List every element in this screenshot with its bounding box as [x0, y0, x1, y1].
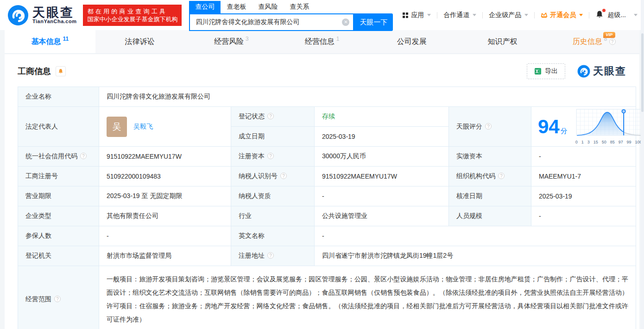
- help-icon[interactable]: ?: [267, 252, 274, 259]
- promo-banner: 都在用的商业查询工具 国家中小企业发展子基金旗下机构: [83, 5, 182, 26]
- taxpayer-id-value: 91510922MAEEMYU17W: [315, 167, 449, 186]
- paidin-capital-value: -: [531, 147, 636, 167]
- notifications-bell[interactable]: [595, 10, 604, 20]
- field-label: 参保人数: [18, 226, 99, 246]
- nav-account[interactable]: 超级...: [607, 11, 638, 19]
- tianyancha-company-page: 天眼查 TianYanCha.com 都在用的商业查询工具 国家中小企业发展子基…: [0, 0, 644, 329]
- avatar[interactable]: 吴: [107, 117, 127, 137]
- legal-rep-link[interactable]: 吴毅飞: [133, 123, 153, 131]
- scrollbar-thumb[interactable]: [641, 33, 644, 112]
- help-icon[interactable]: ?: [267, 113, 274, 119]
- promo-line1: 都在用的商业查询工具: [87, 7, 177, 15]
- chevron-down-icon: [634, 14, 638, 16]
- registered-address-value: 四川省遂宁市射洪市沱牌镇龙凤街19幢1层2号: [315, 246, 636, 266]
- tab-operating-info[interactable]: 经营信息1: [277, 30, 367, 53]
- tianyan-score-cell: 94分: [531, 107, 636, 147]
- help-icon[interactable]: ?: [80, 153, 87, 159]
- logo-title: 天眼查: [32, 6, 76, 19]
- watermark-text: 天眼查: [593, 64, 626, 78]
- nav-open-vip[interactable]: 开通会员: [541, 11, 583, 19]
- nav-cooperation[interactable]: 合作通道: [443, 11, 476, 19]
- excel-icon: [534, 68, 542, 75]
- field-label: 企业名称: [18, 87, 99, 107]
- insured-count-value: -: [99, 226, 231, 246]
- header-nav: 应用 合作通道 企业级产品 开通会员: [402, 10, 638, 20]
- browser-scrollbar[interactable]: [641, 0, 644, 329]
- export-button[interactable]: 导出: [527, 63, 565, 79]
- search-button[interactable]: 天眼一下: [354, 13, 393, 31]
- table-row: 经营范围? 一般项目：旅游开发项目策划咨询；游览景区管理；会议及展览服务；园区管…: [18, 266, 636, 329]
- table-row: 登记机关 射洪市市场监督管理局 注册地址? 四川省遂宁市射洪市沱牌镇龙凤街19幢…: [18, 246, 636, 266]
- table-row: 工商注册号 510922000109483 纳税人识别号? 91510922MA…: [18, 167, 636, 186]
- tianyancha-swirl-icon: [577, 65, 590, 78]
- search-tab-boss[interactable]: 查老板: [221, 1, 252, 13]
- field-label: 营业期限: [18, 186, 99, 206]
- registration-number-value: 510922000109483: [99, 167, 231, 186]
- vip-badge: VIP: [603, 32, 616, 38]
- field-label: 人员规模: [449, 206, 531, 226]
- help-icon[interactable]: ?: [280, 173, 287, 179]
- company-tabbar: 基本信息11 法律诉讼 经营风险3 经营信息1 公司发展 知识产权 历史信息8 …: [5, 30, 639, 54]
- field-label: 经营范围?: [18, 266, 99, 329]
- table-row: 企业类型 其他有限责任公司 行业 公共设施管理业 人员规模 -: [18, 206, 636, 226]
- business-info-table: 企业名称 四川沱牌舍得文化旅游发展有限公司 法定代表人 吴 吴毅飞 登记状态? …: [18, 87, 636, 329]
- help-icon[interactable]: ?: [485, 123, 492, 130]
- nav-apps[interactable]: 应用: [402, 11, 431, 19]
- staff-size-value: -: [531, 206, 636, 226]
- score-distribution-chart: 0131550859799100: [575, 109, 643, 144]
- logo-domain: TianYanCha.com: [32, 19, 76, 25]
- industry-value: 公共设施管理业: [315, 206, 449, 226]
- tab-legal-litigation[interactable]: 法律诉讼: [95, 30, 186, 53]
- chevron-down-icon: [579, 14, 583, 16]
- company-name-value: 四川沱牌舍得文化旅游发展有限公司: [99, 87, 636, 107]
- nav-enterprise-products[interactable]: 企业级产品: [489, 11, 528, 19]
- field-label: 注册资本?: [231, 147, 315, 167]
- tab-intellectual-property[interactable]: 知识产权: [458, 30, 549, 53]
- help-icon[interactable]: ?: [609, 38, 616, 45]
- tab-history-info[interactable]: 历史信息8 ? VIP: [549, 30, 639, 53]
- business-scope-value: 一般项目：旅游开发项目策划咨询；游览景区管理；会议及展览服务；园区管理服务；公园…: [99, 266, 636, 329]
- help-icon[interactable]: ?: [267, 153, 274, 159]
- section-title: 工商信息: [18, 66, 51, 77]
- tab-basic-info[interactable]: 基本信息11: [5, 30, 95, 53]
- registration-authority-value: 射洪市市场监督管理局: [99, 246, 231, 266]
- field-label: 成立日期: [231, 127, 315, 147]
- page-content: 基本信息11 法律诉讼 经营风险3 经营信息1 公司发展 知识产权 历史信息8 …: [5, 30, 639, 329]
- field-label: 登记机关: [18, 246, 99, 266]
- table-row: 参保人数 - 英文名称 -: [18, 226, 636, 246]
- search-tab-risk[interactable]: 查风险: [252, 1, 284, 13]
- credit-code-value: 91510922MAEEMYU17W: [99, 147, 231, 167]
- search-box: ✕: [189, 13, 354, 31]
- legal-rep-cell: 吴 吴毅飞: [99, 107, 231, 147]
- help-icon[interactable]: ?: [498, 173, 505, 179]
- clear-search-icon[interactable]: ✕: [342, 19, 349, 26]
- site-logo[interactable]: 天眼查 TianYanCha.com: [7, 5, 76, 26]
- promo-line2: 国家中小企业发展子基金旗下机构: [87, 15, 177, 23]
- field-label: 实缴资本: [449, 147, 531, 167]
- table-row: 法定代表人 吴 吴毅飞 登记状态? 存续 天眼评分? 94分: [18, 107, 636, 127]
- help-icon[interactable]: ?: [54, 296, 61, 302]
- tianyancha-swirl-icon: [7, 5, 29, 26]
- chevron-down-icon: [427, 14, 431, 16]
- reg-status-value: 存续: [315, 107, 449, 127]
- chevron-down-icon: [524, 14, 528, 16]
- search-tab-relation[interactable]: 查关系: [284, 1, 315, 13]
- field-label: 组织机构代码?: [449, 167, 531, 186]
- approval-date-value: 2025-03-19: [531, 186, 636, 206]
- business-term-value: 2025-03-19 至 无固定期限: [99, 186, 231, 206]
- table-row: 营业期限 2025-03-19 至 无固定期限 纳税人资质 - 核准日期 202…: [18, 186, 636, 206]
- tab-operating-risk[interactable]: 经营风险3: [186, 30, 277, 53]
- crown-icon: [541, 12, 548, 18]
- score-value: 94分: [538, 116, 568, 138]
- watermark-logo: 天眼查: [577, 64, 626, 78]
- search-input[interactable]: [196, 19, 342, 26]
- notification-dot: [602, 9, 606, 12]
- field-label: 统一社会信用代码?: [18, 147, 99, 167]
- field-label: 工商注册号: [18, 167, 99, 186]
- subscribe-bell-button[interactable]: [56, 66, 66, 76]
- english-name-value: -: [315, 226, 636, 246]
- company-type-value: 其他有限责任公司: [99, 206, 231, 226]
- search-tab-company[interactable]: 查公司: [189, 1, 221, 13]
- field-label: 纳税人资质: [231, 186, 315, 206]
- tab-company-development[interactable]: 公司发展: [367, 30, 458, 53]
